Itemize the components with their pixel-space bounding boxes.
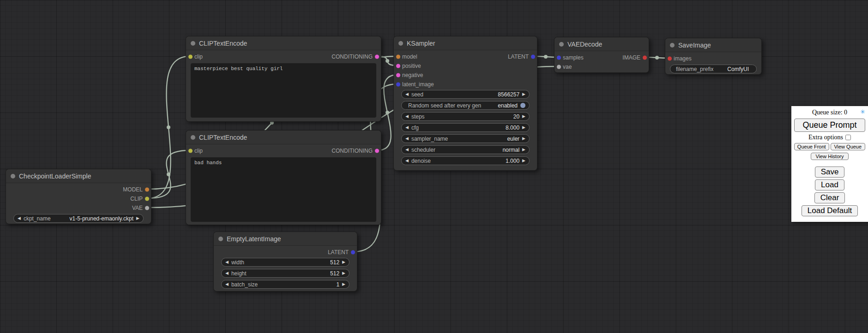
conditioning-output-port[interactable] [375,55,379,59]
image-output-port[interactable] [643,56,647,60]
node-header: CLIPTextEncode [186,131,381,144]
decrement-arrow-icon[interactable]: ◀ [405,159,409,163]
extra-options-checkbox[interactable] [845,135,851,140]
decrement-arrow-icon[interactable]: ◀ [405,137,409,141]
node-cliptextencode-negative[interactable]: CLIPTextEncode clip CONDITIONING bad han… [186,130,381,225]
decrement-arrow-icon[interactable]: ◀ [405,92,409,96]
widget-label: width [231,259,244,266]
increment-arrow-icon[interactable]: ▶ [342,271,345,275]
latent-output-port[interactable] [531,55,535,59]
decrement-arrow-icon[interactable]: ◀ [405,114,409,119]
latent-image-input-port[interactable] [396,83,400,87]
clip-output-port[interactable] [145,197,149,201]
increment-arrow-icon[interactable]: ▶ [342,260,345,264]
increment-arrow-icon[interactable]: ▶ [522,114,525,119]
widget-label: filename_prefix [676,66,713,72]
negative-prompt-textarea[interactable]: bad hands [191,157,376,222]
queue-front-button[interactable]: Queue Front [794,143,829,150]
node-title: CheckpointLoaderSimple [19,172,91,180]
node-body: model LATENT positive negative latent_im… [394,50,537,165]
positive-input-port[interactable] [396,64,400,68]
output-label: IMAGE [622,54,640,61]
input-label: clip [194,54,203,60]
conditioning-output-port[interactable] [375,149,379,153]
view-queue-button[interactable]: View Queue [831,143,866,150]
filename-prefix-widget[interactable]: filename_prefix ComfyUI [670,65,757,73]
sampler-name-widget[interactable]: ◀ sampler_name euler ▶ [401,134,530,143]
vae-output-port[interactable] [145,206,149,210]
node-cliptextencode-positive[interactable]: CLIPTextEncode clip CONDITIONING masterp… [186,36,381,122]
graph-canvas[interactable]: CheckpointLoaderSimple MODEL CLIP VAE ◀ … [0,0,868,333]
increment-arrow-icon[interactable]: ▶ [136,216,139,220]
node-title: CLIPTextEncode [199,134,247,141]
node-vaedecode[interactable]: VAEDecode samples IMAGE vae [554,37,649,73]
view-history-button[interactable]: View History [811,153,849,160]
input-label: positive [402,63,421,69]
node-title: SaveImage [678,42,711,49]
collapse-dot[interactable] [670,43,675,48]
samples-input-port[interactable] [557,56,561,60]
widget-value: 1 [336,281,339,288]
load-button[interactable]: Load [815,179,844,190]
batch-size-widget[interactable]: ◀ batch_size 1 ▶ [221,280,350,289]
clip-input-port[interactable] [188,149,193,153]
decrement-arrow-icon[interactable]: ◀ [405,148,409,152]
seed-widget[interactable]: ◀ seed 8566257 ▶ [401,90,530,99]
increment-arrow-icon[interactable]: ▶ [522,159,525,163]
decrement-arrow-icon[interactable]: ◀ [225,260,229,264]
decrement-arrow-icon[interactable]: ◀ [405,125,409,130]
model-input-port[interactable] [396,55,400,59]
denoise-widget[interactable]: ◀ denoise 1.000 ▶ [401,156,530,165]
decrement-arrow-icon[interactable]: ◀ [18,216,21,220]
vae-input-port[interactable] [557,65,561,69]
load-default-button[interactable]: Load Default [802,205,858,216]
seed-toggle-dot[interactable] [520,103,525,108]
increment-arrow-icon[interactable]: ▶ [522,92,525,96]
latent-output-port[interactable] [351,250,355,255]
collapse-dot[interactable] [191,41,195,46]
collapse-dot[interactable] [398,41,403,46]
widget-value: euler [507,136,519,142]
clear-button[interactable]: Clear [814,192,845,203]
width-widget[interactable]: ◀ width 512 ▶ [221,258,350,267]
collapse-dot[interactable] [11,174,15,178]
increment-arrow-icon[interactable]: ▶ [522,125,525,130]
link-midpoint-dot [167,172,170,176]
queue-prompt-button[interactable]: Queue Prompt [794,119,865,132]
steps-widget[interactable]: ◀ steps 20 ▶ [401,112,530,121]
increment-arrow-icon[interactable]: ▶ [342,282,345,286]
decrement-arrow-icon[interactable]: ◀ [225,282,229,286]
queue-buttons-row: Queue Front View Queue [794,143,865,150]
collapse-dot[interactable] [191,135,195,140]
clip-input-port[interactable] [188,55,193,59]
save-button[interactable]: Save [815,166,845,178]
widget-label: denoise [411,158,431,164]
height-widget[interactable]: ◀ height 512 ▶ [221,269,350,278]
increment-arrow-icon[interactable]: ▶ [522,148,525,152]
positive-prompt-textarea[interactable]: masterpiece best quality girl [191,63,376,118]
widget-value: 512 [330,270,339,277]
scheduler-widget[interactable]: ◀ scheduler normal ▶ [401,145,530,154]
increment-arrow-icon[interactable]: ▶ [522,137,525,141]
widget-label: sampler_name [411,136,448,142]
cfg-widget[interactable]: ◀ cfg 8.000 ▶ [401,123,530,132]
node-emptylatentimage[interactable]: EmptyLatentImage LATENT ◀ width 512 ▶ ◀ … [213,232,357,291]
ckpt-name-widget[interactable]: ◀ ckpt_name v1-5-pruned-emaonly.ckpt ▶ [13,214,144,223]
input-label: clip [194,148,203,154]
negative-input-port[interactable] [396,73,400,77]
seed-control-widget[interactable]: Random seed after every gen enabled [401,101,530,110]
decrement-arrow-icon[interactable]: ◀ [225,271,229,275]
node-body: clip CONDITIONING masterpiece best quali… [186,50,381,118]
images-input-port[interactable] [668,57,672,61]
collapse-dot[interactable] [218,237,223,241]
queue-size-row: Queue size: 0 ✳ [794,108,865,118]
widget-value: 512 [330,259,339,266]
node-checkpointloadersimple[interactable]: CheckpointLoaderSimple MODEL CLIP VAE ◀ … [6,169,151,224]
collapse-dot[interactable] [559,42,564,47]
widget-label: scheduler [411,147,435,153]
node-ksampler[interactable]: KSampler model LATENT positive negative … [393,36,537,171]
input-slot-negative: negative [394,71,537,80]
model-output-port[interactable] [145,188,149,192]
settings-icon[interactable]: ✳ [860,108,865,116]
node-saveimage[interactable]: SaveImage images filename_prefix ComfyUI [665,38,762,75]
